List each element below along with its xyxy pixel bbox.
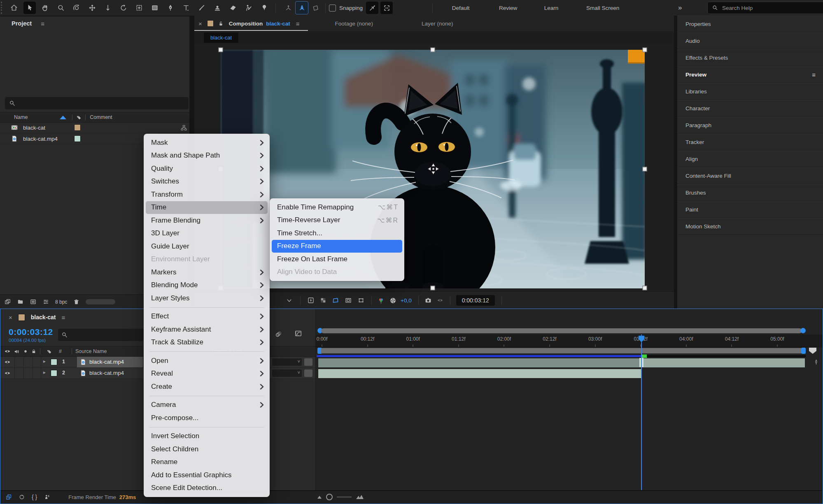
layer-expand-chevron[interactable]: ▸ xyxy=(43,358,46,364)
zoom-in-mountains-icon[interactable] xyxy=(356,495,364,499)
parent-link-dropdown[interactable]: ˅ xyxy=(272,369,302,377)
essential-graphics-icon[interactable] xyxy=(44,494,50,500)
menu-item-track-stabilize[interactable]: Track & Stabilize xyxy=(146,336,268,349)
panel-scrollbar[interactable] xyxy=(86,299,115,304)
work-area-bar[interactable] xyxy=(317,348,806,354)
column-name[interactable]: Name xyxy=(14,114,28,120)
world-axis-mode-button[interactable] xyxy=(295,1,308,14)
composition-tab-comp-name[interactable]: black-cat xyxy=(266,21,290,27)
panel-tab-audio[interactable]: Audio xyxy=(677,33,823,49)
timeline-horizontal-scrollbar[interactable] xyxy=(317,328,806,333)
menu-item-create[interactable]: Create xyxy=(146,380,268,393)
show-snapshot-icon[interactable] xyxy=(437,297,443,304)
interpret-footage-icon[interactable] xyxy=(4,298,11,305)
zoom-slider-track[interactable] xyxy=(337,497,352,497)
menu-item-pre-compose[interactable]: Pre-compose... xyxy=(146,411,268,425)
panel-tab-align[interactable]: Align xyxy=(677,151,823,167)
submenu-item-freeze-on-last-frame[interactable]: Freeze On Last Frame xyxy=(272,253,402,266)
brush-tool[interactable] xyxy=(196,2,208,14)
video-column-icon[interactable] xyxy=(4,348,11,355)
menu-item-switches[interactable]: Switches xyxy=(146,175,268,188)
timeline-tab-label[interactable]: black-cat xyxy=(31,314,56,321)
new-composition-icon[interactable] xyxy=(30,298,37,305)
menu-item-quality[interactable]: Quality xyxy=(146,162,268,175)
panel-tab-tracker[interactable]: Tracker xyxy=(677,134,823,151)
workspace-tab-default[interactable]: Default xyxy=(436,5,485,11)
menu-item-open[interactable]: Open xyxy=(146,354,268,367)
label-color-swatch[interactable] xyxy=(74,135,81,142)
panel-grip[interactable] xyxy=(1,2,6,14)
panel-tab-preview[interactable]: Preview≡ xyxy=(677,66,823,83)
pan-track-icon[interactable] xyxy=(813,359,819,365)
layer-tab[interactable]: Layer (none) xyxy=(422,21,453,27)
panel-tab-libraries[interactable]: Libraries xyxy=(677,83,823,100)
composition-panel-menu-icon[interactable]: ≡ xyxy=(296,20,300,27)
timeline-search-input[interactable] xyxy=(58,329,144,341)
roto-brush-tool[interactable] xyxy=(242,2,255,14)
pan-behind-tool[interactable] xyxy=(133,2,145,14)
parent-link-dropdown[interactable]: ˅ xyxy=(272,358,302,366)
zoom-slider-handle[interactable] xyxy=(326,494,333,500)
color-depth-button[interactable]: 8 bpc xyxy=(55,299,67,305)
delete-icon[interactable] xyxy=(73,298,80,305)
flowchart-icon[interactable] xyxy=(180,124,187,131)
project-search-input[interactable] xyxy=(5,97,189,109)
home-tool[interactable] xyxy=(8,2,20,14)
clone-stamp-tool[interactable] xyxy=(211,2,224,14)
snapping-checkbox[interactable] xyxy=(329,5,336,12)
playhead-marker[interactable] xyxy=(638,335,645,343)
snap-along-edges-button[interactable] xyxy=(366,2,378,14)
menu-item-mask-and-shape-path[interactable]: Mask and Shape Path xyxy=(146,149,268,163)
panel-tab-paint[interactable]: Paint xyxy=(677,201,823,218)
layer-bar-2[interactable] xyxy=(318,369,642,379)
menu-item-layer-styles[interactable]: Layer Styles xyxy=(146,292,268,305)
column-comment[interactable]: Comment xyxy=(90,114,112,120)
time-navigator[interactable] xyxy=(317,355,641,357)
choose-grid-guides-icon[interactable] xyxy=(357,297,365,304)
menu-item-invert-selection[interactable]: Invert Selection xyxy=(146,430,268,443)
live-update-icon[interactable] xyxy=(19,494,25,500)
layer-visibility-icon[interactable] xyxy=(4,370,11,376)
menu-item-mask[interactable]: Mask xyxy=(146,136,268,149)
selection-handle[interactable] xyxy=(431,48,435,52)
submenu-item-time-stretch[interactable]: Time Stretch... xyxy=(272,227,402,240)
menu-item-camera[interactable]: Camera xyxy=(146,399,268,412)
exposure-reset-icon[interactable] xyxy=(389,297,396,304)
sort-ascending-icon[interactable] xyxy=(60,116,66,119)
eraser-tool[interactable] xyxy=(227,2,239,14)
label-column-icon[interactable] xyxy=(46,348,52,355)
submenu-item-freeze-frame[interactable]: Freeze Frame xyxy=(272,240,402,253)
layer-source-name[interactable]: black-cat.mp4 xyxy=(89,359,124,365)
menu-item-frame-blending[interactable]: Frame Blending xyxy=(146,214,268,227)
type-tool[interactable] xyxy=(180,2,192,14)
comp-marker-bin-icon[interactable] xyxy=(808,347,817,354)
menu-item-transform[interactable]: Transform xyxy=(146,188,268,201)
rotation-tool[interactable] xyxy=(117,2,130,14)
dolly-camera-tool[interactable] xyxy=(102,2,114,14)
layer-visibility-icon[interactable] xyxy=(4,359,11,365)
snapshot-icon[interactable] xyxy=(424,297,432,304)
close-tab-icon[interactable]: × xyxy=(9,314,12,321)
unlock-icon[interactable] xyxy=(218,21,224,27)
channel-settings-icon[interactable] xyxy=(378,297,385,304)
timeline-zoom-control[interactable] xyxy=(317,494,364,500)
orbit-camera-tool[interactable] xyxy=(70,2,83,14)
selection-handle[interactable] xyxy=(643,167,647,172)
playhead-line[interactable] xyxy=(641,334,642,490)
puppet-pin-tool[interactable] xyxy=(258,2,270,14)
panel-tab-motion-sketch[interactable]: Motion Sketch xyxy=(677,218,823,235)
panel-tab-effects-presets[interactable]: Effects & Presets xyxy=(677,49,823,66)
workspace-tab-small-screen[interactable]: Small Screen xyxy=(572,5,634,11)
menu-item-markers[interactable]: Markers xyxy=(146,266,268,279)
menu-item-effect[interactable]: Effect xyxy=(146,310,268,323)
menu-item-time[interactable]: Time xyxy=(146,201,268,214)
label-color-swatch[interactable] xyxy=(74,124,81,131)
snapping-control[interactable]: Snapping xyxy=(329,5,363,12)
motion-blur-toggle-icon[interactable] xyxy=(275,330,282,338)
menu-item-blending-mode[interactable]: Blending Mode xyxy=(146,279,268,292)
menu-item-add-to-essential-graphics[interactable]: Add to Essential Graphics xyxy=(146,469,268,482)
fast-previews-icon[interactable] xyxy=(307,297,315,304)
label-column-icon[interactable] xyxy=(76,114,82,121)
pan-camera-tool[interactable] xyxy=(86,2,98,14)
rectangle-tool[interactable] xyxy=(149,2,161,14)
